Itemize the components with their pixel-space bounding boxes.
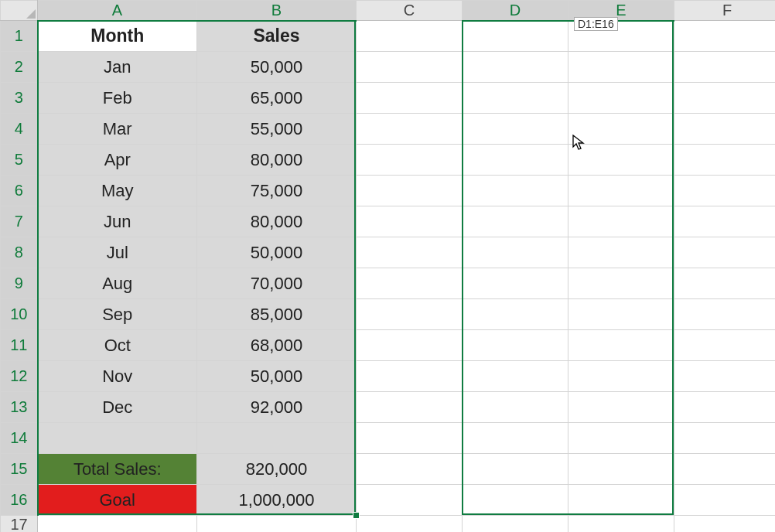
grid[interactable]: A B C D E F 1MonthSales2Jan50,0003Feb65,… (0, 0, 775, 532)
row-header-10[interactable]: 10 (1, 299, 38, 330)
cell-E5[interactable] (568, 145, 674, 176)
row-header-3[interactable]: 3 (1, 83, 38, 114)
cell-A6[interactable]: May (38, 176, 197, 206)
cell-F12[interactable] (674, 361, 776, 392)
cell-D1[interactable] (463, 21, 568, 52)
cell-B13[interactable]: 92,000 (197, 392, 357, 423)
row-header-5[interactable]: 5 (1, 145, 38, 176)
cell-B2[interactable]: 50,000 (197, 52, 357, 83)
cell-F13[interactable] (674, 392, 776, 423)
cell-B5[interactable]: 80,000 (197, 145, 357, 176)
row-header-7[interactable]: 7 (1, 206, 38, 237)
cell-B1[interactable]: Sales (197, 21, 357, 52)
select-all-corner[interactable] (1, 1, 38, 21)
cell-D14[interactable] (463, 423, 568, 454)
cell-D17[interactable] (463, 516, 568, 533)
cell-A9[interactable]: Aug (38, 268, 197, 299)
cell-B12[interactable]: 50,000 (197, 361, 357, 392)
cell-D15[interactable] (463, 454, 568, 485)
cell-A3[interactable]: Feb (38, 83, 197, 114)
cell-A17[interactable] (38, 516, 197, 533)
cell-C1[interactable] (357, 21, 463, 52)
row-header-12[interactable]: 12 (1, 361, 38, 392)
cell-B14[interactable] (197, 423, 357, 454)
cell-A13[interactable]: Dec (38, 392, 197, 423)
row-header-4[interactable]: 4 (1, 114, 38, 145)
row-header-15[interactable]: 15 (1, 454, 38, 485)
cell-F5[interactable] (674, 145, 776, 176)
cell-F17[interactable] (674, 516, 776, 533)
cell-F8[interactable] (674, 237, 776, 268)
cell-A10[interactable]: Sep (38, 299, 197, 330)
cell-B15[interactable]: 820,000 (197, 454, 357, 485)
col-header-F[interactable]: F (674, 1, 776, 21)
cell-F14[interactable] (674, 423, 776, 454)
cell-E12[interactable] (568, 361, 674, 392)
cell-D5[interactable] (463, 145, 568, 176)
cell-B6[interactable]: 75,000 (197, 176, 357, 206)
spreadsheet-viewport[interactable]: A B C D E F 1MonthSales2Jan50,0003Feb65,… (0, 0, 775, 532)
cell-A15[interactable]: Total Sales: (38, 454, 197, 485)
cell-E15[interactable] (568, 454, 674, 485)
cell-E14[interactable] (568, 423, 674, 454)
cell-E8[interactable] (568, 237, 674, 268)
cell-F11[interactable] (674, 330, 776, 361)
row-header-9[interactable]: 9 (1, 268, 38, 299)
cell-C15[interactable] (357, 454, 463, 485)
cell-B16[interactable]: 1,000,000 (197, 485, 357, 516)
cell-D13[interactable] (463, 392, 568, 423)
cell-E11[interactable] (568, 330, 674, 361)
cell-C3[interactable] (357, 83, 463, 114)
cell-C11[interactable] (357, 330, 463, 361)
cell-E7[interactable] (568, 206, 674, 237)
cell-C5[interactable] (357, 145, 463, 176)
col-header-C[interactable]: C (357, 1, 463, 21)
cell-C12[interactable] (357, 361, 463, 392)
row-header-14[interactable]: 14 (1, 423, 38, 454)
cell-D10[interactable] (463, 299, 568, 330)
cell-C13[interactable] (357, 392, 463, 423)
cell-F2[interactable] (674, 52, 776, 83)
col-header-B[interactable]: B (197, 1, 357, 21)
cell-A12[interactable]: Nov (38, 361, 197, 392)
cell-C9[interactable] (357, 268, 463, 299)
cell-B10[interactable]: 85,000 (197, 299, 357, 330)
cell-B4[interactable]: 55,000 (197, 114, 357, 145)
col-header-A[interactable]: A (38, 1, 197, 21)
cell-A14[interactable] (38, 423, 197, 454)
cell-E1[interactable] (568, 21, 674, 52)
cell-C8[interactable] (357, 237, 463, 268)
row-header-13[interactable]: 13 (1, 392, 38, 423)
cell-B9[interactable]: 70,000 (197, 268, 357, 299)
cell-E2[interactable] (568, 52, 674, 83)
row-header-16[interactable]: 16 (1, 485, 38, 516)
row-header-11[interactable]: 11 (1, 330, 38, 361)
col-header-D[interactable]: D (463, 1, 568, 21)
row-header-1[interactable]: 1 (1, 21, 38, 52)
row-header-8[interactable]: 8 (1, 237, 38, 268)
cell-C6[interactable] (357, 176, 463, 206)
cell-D3[interactable] (463, 83, 568, 114)
cell-C17[interactable] (357, 516, 463, 533)
cell-D12[interactable] (463, 361, 568, 392)
cell-D9[interactable] (463, 268, 568, 299)
row-header-17[interactable]: 17 (1, 516, 38, 533)
row-header-2[interactable]: 2 (1, 52, 38, 83)
cell-E10[interactable] (568, 299, 674, 330)
cell-D7[interactable] (463, 206, 568, 237)
cell-A4[interactable]: Mar (38, 114, 197, 145)
col-header-E[interactable]: E (568, 1, 674, 21)
cell-C14[interactable] (357, 423, 463, 454)
cell-C16[interactable] (357, 485, 463, 516)
cell-D4[interactable] (463, 114, 568, 145)
cell-A1[interactable]: Month (38, 21, 197, 52)
cell-F7[interactable] (674, 206, 776, 237)
cell-E13[interactable] (568, 392, 674, 423)
cell-E17[interactable] (568, 516, 674, 533)
cell-E9[interactable] (568, 268, 674, 299)
cell-F6[interactable] (674, 176, 776, 206)
cell-C2[interactable] (357, 52, 463, 83)
cell-E3[interactable] (568, 83, 674, 114)
cell-B8[interactable]: 50,000 (197, 237, 357, 268)
cell-C10[interactable] (357, 299, 463, 330)
